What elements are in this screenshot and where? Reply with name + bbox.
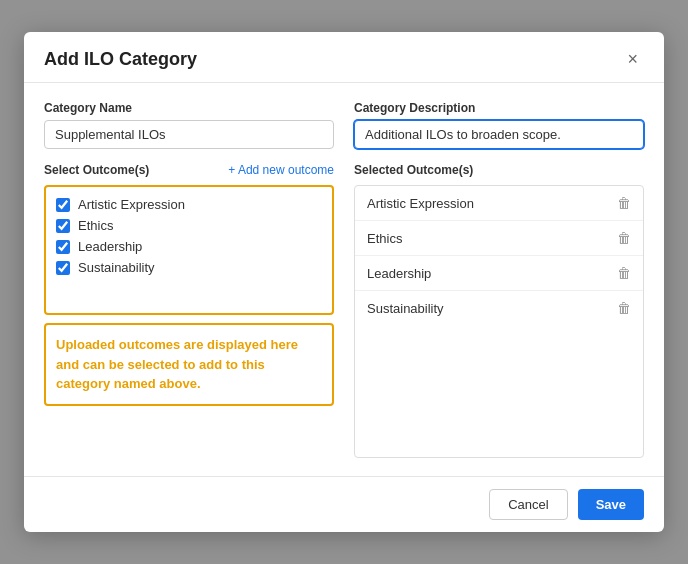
checkbox-artistic-expression[interactable]: Artistic Expression xyxy=(56,197,322,212)
tooltip-text: Uploaded outcomes are displayed here and… xyxy=(56,337,298,391)
selected-item-label-sustainability: Sustainability xyxy=(367,301,444,316)
outcomes-checkbox-box: Artistic Expression Ethics Leadership xyxy=(44,185,334,315)
selected-item-leadership: Leadership 🗑 xyxy=(355,256,643,291)
selected-item-label-leadership: Leadership xyxy=(367,266,431,281)
close-button[interactable]: × xyxy=(621,48,644,70)
category-name-input[interactable] xyxy=(44,120,334,149)
selected-outcomes-label: Selected Outcome(s) xyxy=(354,163,644,177)
checkbox-leadership[interactable]: Leadership xyxy=(56,239,322,254)
selected-outcomes-panel: Selected Outcome(s) Artistic Expression … xyxy=(354,163,644,458)
top-row: Category Name Category Description xyxy=(44,101,644,149)
selected-item-label-ethics: Ethics xyxy=(367,231,402,246)
select-outcomes-label: Select Outcome(s) xyxy=(44,163,149,177)
checkbox-label-artistic-expression: Artistic Expression xyxy=(78,197,185,212)
checkbox-sustainability[interactable]: Sustainability xyxy=(56,260,322,275)
selected-outcomes-box: Artistic Expression 🗑 Ethics 🗑 Leadershi… xyxy=(354,185,644,458)
selected-item-sustainability: Sustainability 🗑 xyxy=(355,291,643,325)
add-new-outcome-link[interactable]: + Add new outcome xyxy=(228,163,334,177)
selected-item-artistic-expression: Artistic Expression 🗑 xyxy=(355,186,643,221)
checkbox-label-ethics: Ethics xyxy=(78,218,113,233)
delete-artistic-expression-button[interactable]: 🗑 xyxy=(617,195,631,211)
category-name-label: Category Name xyxy=(44,101,334,115)
uploaded-outcomes-tooltip: Uploaded outcomes are displayed here and… xyxy=(44,323,334,406)
modal-overlay: Add ILO Category × Category Name Categor… xyxy=(0,0,688,564)
modal-title: Add ILO Category xyxy=(44,49,197,70)
checkbox-label-sustainability: Sustainability xyxy=(78,260,155,275)
modal-dialog: Add ILO Category × Category Name Categor… xyxy=(24,32,664,532)
category-description-input[interactable] xyxy=(354,120,644,149)
delete-sustainability-button[interactable]: 🗑 xyxy=(617,300,631,316)
select-outcomes-panel: Select Outcome(s) + Add new outcome Arti… xyxy=(44,163,334,458)
bottom-row: Select Outcome(s) + Add new outcome Arti… xyxy=(44,163,644,458)
modal-footer: Cancel Save xyxy=(24,476,664,532)
cancel-button[interactable]: Cancel xyxy=(489,489,567,520)
modal-header: Add ILO Category × xyxy=(24,32,664,83)
checkbox-ethics[interactable]: Ethics xyxy=(56,218,322,233)
checkbox-label-leadership: Leadership xyxy=(78,239,142,254)
modal-body: Category Name Category Description Selec… xyxy=(24,83,664,476)
category-description-field: Category Description xyxy=(354,101,644,149)
delete-leadership-button[interactable]: 🗑 xyxy=(617,265,631,281)
selected-item-ethics: Ethics 🗑 xyxy=(355,221,643,256)
selected-item-label-artistic-expression: Artistic Expression xyxy=(367,196,474,211)
save-button[interactable]: Save xyxy=(578,489,644,520)
category-name-field: Category Name xyxy=(44,101,334,149)
delete-ethics-button[interactable]: 🗑 xyxy=(617,230,631,246)
select-outcomes-header: Select Outcome(s) + Add new outcome xyxy=(44,163,334,177)
category-description-label: Category Description xyxy=(354,101,644,115)
